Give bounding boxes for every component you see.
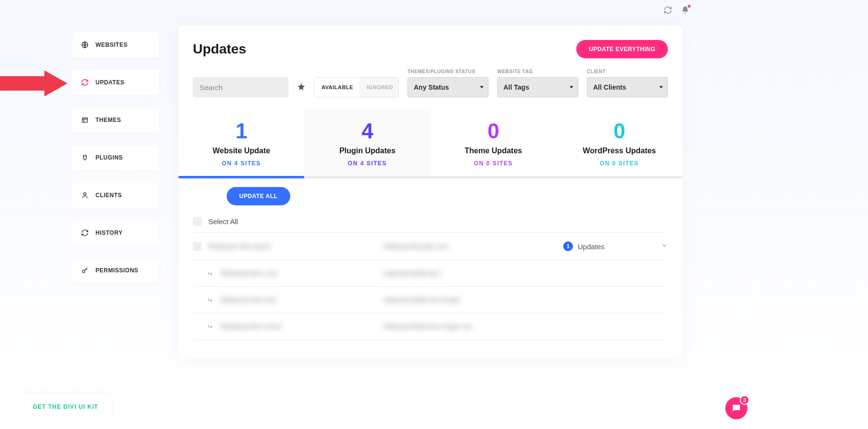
updates-list: Select All Redacted Site Name redacted-d… (178, 210, 682, 340)
chat-count-badge: 3 (740, 395, 749, 405)
stat-title: WordPress Updates (561, 147, 678, 155)
refresh-icon (81, 79, 89, 86)
filter-label: WEBSITE TAG (497, 69, 578, 74)
header-icons (664, 6, 690, 14)
row-checkbox[interactable] (193, 242, 202, 251)
filter-status: THEMES/PLUGINS STATUS Any Status (407, 69, 488, 97)
sidebar-label: UPDATES (95, 79, 124, 86)
user-icon (81, 191, 89, 199)
chevron-down-icon[interactable] (661, 242, 668, 251)
layout-icon (81, 116, 89, 124)
stats-row: 1 Website Update ON 4 SITES 4 Plugin Upd… (178, 109, 682, 178)
globe-icon (81, 41, 89, 49)
update-all-button[interactable]: UPDATE ALL (227, 187, 290, 205)
list-row-child[interactable]: Redacted item one redacted detail text (193, 260, 668, 287)
select-all-row: Select All (193, 210, 668, 233)
sidebar-item-plugins[interactable]: PLUGINS (72, 145, 159, 170)
item-name: Redacted item two (221, 296, 277, 304)
toggle-ignored-button[interactable]: IGNORED (360, 78, 399, 97)
notification-dot (688, 5, 691, 8)
sidebar-item-websites[interactable]: WEBSITES (72, 32, 159, 57)
item-name: Redacted item one (221, 269, 278, 277)
chat-icon (731, 403, 742, 414)
notifications-icon[interactable] (681, 6, 690, 14)
svg-point-3 (82, 270, 85, 272)
list-row-parent[interactable]: Redacted Site Name redacted-domain.com 1… (193, 233, 668, 260)
select-all-checkbox[interactable] (193, 217, 202, 226)
toggle-available-button[interactable]: AVAILABLE (315, 78, 360, 97)
update-all-row: UPDATE ALL (178, 178, 682, 210)
stat-sub: ON 0 SITES (435, 160, 552, 167)
item-name: Redacted item three (221, 322, 282, 330)
search-input[interactable] (193, 77, 288, 97)
update-everything-button[interactable]: UPDATE EVERYTHING (576, 40, 668, 58)
sidebar-item-themes[interactable]: THEMES (72, 107, 159, 133)
sidebar-label: WEBSITES (95, 41, 128, 48)
status-select[interactable]: Any Status (407, 77, 488, 97)
sidebar-item-updates[interactable]: UPDATES (72, 70, 159, 95)
stat-sub: ON 4 SITES (309, 160, 425, 167)
tag-select[interactable]: All Tags (497, 77, 578, 97)
svg-point-2 (83, 193, 86, 195)
svg-rect-1 (82, 118, 88, 122)
sub-arrow-icon (207, 296, 214, 303)
updates-count-badge: 1 (563, 241, 573, 251)
stat-plugin-updates[interactable]: 4 Plugin Updates ON 4 SITES (304, 109, 430, 176)
main-header: Updates UPDATE EVERYTHING (178, 40, 682, 69)
sidebar-item-permissions[interactable]: PERMISSIONS (72, 258, 159, 283)
history-icon (81, 229, 89, 237)
item-detail: redacted detail text longer too (383, 322, 472, 330)
stat-wordpress-updates[interactable]: 0 WordPress Updates ON 0 SITES (556, 109, 682, 176)
active-stat-indicator (178, 176, 304, 178)
item-detail: redacted detail text longer (383, 296, 461, 304)
chat-widget[interactable]: 3 (725, 397, 747, 419)
site-domain: redacted-domain.com (383, 242, 448, 250)
star-icon[interactable] (297, 82, 306, 91)
site-name: Redacted Site Name (208, 242, 271, 250)
filter-client: CLIENT All Clients (587, 69, 668, 97)
sidebar-label: PERMISSIONS (95, 267, 138, 274)
page-title: Updates (193, 41, 246, 57)
stat-number: 0 (435, 121, 552, 142)
client-select[interactable]: All Clients (587, 77, 668, 97)
stat-sub: ON 4 SITES (183, 160, 299, 167)
refresh-icon[interactable] (664, 6, 672, 14)
sidebar-item-history[interactable]: HISTORY (72, 220, 159, 245)
plug-icon (81, 154, 89, 161)
stat-website-updates[interactable]: 1 Website Update ON 4 SITES (178, 109, 304, 176)
promo-banner[interactable]: GET THE DIVI UI KIT (19, 393, 112, 419)
select-all-label: Select All (208, 217, 238, 226)
sidebar-label: CLIENTS (95, 192, 122, 199)
updates-label: Updates (578, 242, 605, 251)
list-row-child[interactable]: Redacted item two redacted detail text l… (193, 287, 668, 313)
sub-arrow-icon (207, 323, 214, 330)
sidebar-label: THEMES (95, 117, 121, 123)
availability-toggle: AVAILABLE IGNORED (314, 77, 399, 97)
sidebar-label: PLUGINS (95, 154, 123, 161)
main-panel: Updates UPDATE EVERYTHING AVAILABLE IGNO… (178, 26, 682, 359)
filter-label: CLIENT (587, 69, 668, 74)
sidebar: WEBSITES UPDATES THEMES PLUGINS CLIENTS … (72, 32, 159, 283)
sub-arrow-icon (207, 270, 214, 277)
sidebar-item-clients[interactable]: CLIENTS (72, 183, 159, 208)
stat-number: 1 (183, 121, 299, 142)
item-detail: redacted detail text (383, 269, 440, 277)
promo-text: GET THE DIVI UI KIT (33, 403, 98, 410)
stat-number: 4 (309, 121, 425, 142)
filter-tag: WEBSITE TAG All Tags (497, 69, 578, 97)
stat-theme-updates[interactable]: 0 Theme Updates ON 0 SITES (431, 109, 556, 176)
pointer-arrow-icon (0, 70, 68, 96)
stat-title: Website Update (183, 147, 299, 155)
stat-number: 0 (561, 121, 678, 142)
sidebar-label: HISTORY (95, 229, 122, 236)
stat-title: Theme Updates (435, 147, 552, 155)
stat-title: Plugin Updates (309, 147, 425, 155)
filter-label: THEMES/PLUGINS STATUS (407, 69, 488, 74)
filters-row: AVAILABLE IGNORED THEMES/PLUGINS STATUS … (178, 69, 682, 109)
key-icon (81, 267, 89, 274)
list-row-child[interactable]: Redacted item three redacted detail text… (193, 313, 668, 340)
stat-sub: ON 0 SITES (561, 160, 678, 167)
